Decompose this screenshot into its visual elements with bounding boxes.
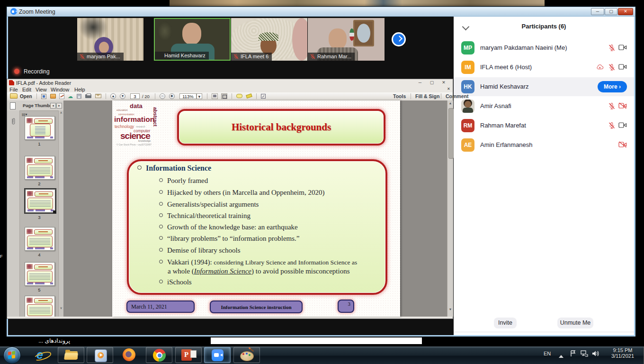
- save-copy-icon[interactable]: [41, 94, 46, 99]
- network-icon[interactable]: [581, 350, 588, 357]
- taskbar-zoom-active[interactable]: [204, 347, 231, 363]
- video-tile-ifla-meet[interactable]: IFLA meet 6: [231, 18, 307, 61]
- participant-row[interactable]: RM Rahman Marefat: [454, 116, 634, 135]
- bullet-item: Poorly framed: [159, 176, 390, 185]
- taskbar-window-title-farsi[interactable]: ... پروندادهای: [25, 337, 70, 344]
- speaker-icon[interactable]: [592, 350, 600, 357]
- scroll-mode-icon[interactable]: [212, 93, 218, 99]
- thumbnail-page-1[interactable]: [25, 116, 55, 140]
- cloud-upload-icon[interactable]: ☁: [68, 93, 73, 100]
- thumbnail-page-4[interactable]: [25, 227, 55, 251]
- scroll-up-icon[interactable]: ▲: [448, 101, 453, 105]
- video-on-icon[interactable]: [618, 44, 627, 52]
- sticky-note-icon[interactable]: [236, 94, 242, 98]
- video-tile-maryam[interactable]: maryam Pak...: [77, 18, 143, 61]
- participant-name: IFLA meet 6 (Host): [480, 64, 532, 71]
- taskbar-clock[interactable]: 9:15 PM 3/11/2021: [602, 347, 643, 359]
- comment-button[interactable]: Comment: [446, 93, 468, 100]
- taskbar-windows-explorer[interactable]: [58, 347, 84, 363]
- menu-file[interactable]: File: [9, 87, 18, 92]
- tools-button[interactable]: Tools: [393, 93, 406, 100]
- slide-footer-title: Information Science instruction: [210, 300, 303, 313]
- unmute-me-button[interactable]: Unmute Me: [557, 318, 593, 328]
- expand-icon[interactable]: [261, 94, 266, 99]
- collapse-icon[interactable]: ◂: [50, 103, 56, 109]
- pdf-scrollbar[interactable]: ▲ ▼: [447, 100, 453, 317]
- taskbar-powerpoint[interactable]: P: [175, 347, 202, 363]
- minimize-button[interactable]: ─: [591, 8, 604, 15]
- participant-row[interactable]: MP maryam Pakdaman Naeini (Me): [454, 38, 634, 57]
- zoom-level-input[interactable]: 113%: [179, 93, 197, 99]
- previous-page-icon[interactable]: ▲: [110, 93, 116, 99]
- taskbar-media-player[interactable]: [87, 347, 113, 363]
- toolbar-close-icon[interactable]: ✕: [447, 87, 450, 91]
- paperclip-icon[interactable]: [10, 117, 17, 126]
- restore-button[interactable]: ▢: [427, 80, 437, 86]
- taskbar-internet-explorer[interactable]: e: [29, 347, 55, 363]
- taskbar-chrome[interactable]: [146, 347, 172, 363]
- page-number-input[interactable]: 3: [130, 93, 140, 99]
- fill-sign-button[interactable]: Fill & Sign: [415, 93, 439, 100]
- video-on-icon[interactable]: [618, 64, 627, 71]
- mirror-glass: [357, 24, 370, 43]
- thumbnail-page-3-selected[interactable]: [25, 189, 56, 213]
- email-icon[interactable]: [95, 94, 101, 98]
- video-tile-hamid[interactable]: Hamid Keshavarz: [154, 18, 231, 61]
- thumbnail-page-5[interactable]: [25, 262, 55, 286]
- participant-row[interactable]: AE Amin Erfanmanesh: [454, 136, 634, 155]
- more-button[interactable]: More ›: [598, 81, 627, 92]
- language-indicator[interactable]: EN: [544, 351, 551, 356]
- next-page-icon[interactable]: ▼: [120, 93, 125, 99]
- save-icon[interactable]: [77, 94, 81, 99]
- scroll-down-icon[interactable]: ▼: [448, 308, 453, 311]
- hidden-icons-arrow[interactable]: [559, 353, 564, 358]
- menu-help[interactable]: Help: [74, 87, 85, 92]
- zoom-in-icon[interactable]: ✚: [169, 93, 175, 99]
- video-on-icon[interactable]: [618, 122, 627, 129]
- clock-date: 3/11/2021: [602, 353, 643, 359]
- next-videos-button[interactable]: [392, 32, 406, 46]
- taskbar-firefox[interactable]: [116, 347, 143, 363]
- start-button[interactable]: [3, 346, 21, 364]
- scrollbar-thumb[interactable]: [448, 108, 454, 159]
- close-button[interactable]: ✕: [618, 8, 633, 15]
- close-button[interactable]: ✕: [438, 80, 449, 86]
- minimize-button[interactable]: ─: [415, 80, 425, 86]
- video-tile-rahman[interactable]: Rahman Mar...: [308, 18, 385, 61]
- maximize-button[interactable]: ▢: [605, 8, 617, 15]
- fullscreen-mode-icon[interactable]: [221, 93, 227, 99]
- mic-muted-icon[interactable]: [608, 122, 617, 129]
- scroll-down-icon[interactable]: ∨: [59, 306, 63, 310]
- zoom-titlebar[interactable]: [7, 7, 635, 17]
- mic-muted-icon[interactable]: [608, 64, 617, 71]
- participant-row[interactable]: HK Hamid Keshavarz More ›: [454, 77, 634, 96]
- video-name-label: IFLA meet 6: [231, 53, 272, 61]
- video-off-icon[interactable]: [618, 102, 627, 110]
- participant-row[interactable]: IM IFLA meet 6 (Host): [454, 58, 634, 77]
- menu-window[interactable]: Window: [51, 87, 69, 92]
- zoom-out-icon[interactable]: ─: [160, 93, 165, 99]
- thumbnails-scrollbar[interactable]: ∧ ∨: [58, 110, 63, 317]
- sign-icon[interactable]: [59, 93, 64, 99]
- mic-muted-icon[interactable]: [608, 102, 617, 110]
- slide-footer-page-number: 3: [338, 300, 354, 313]
- invite-button[interactable]: Invite: [494, 318, 517, 328]
- print-icon[interactable]: [85, 94, 91, 98]
- highlight-icon[interactable]: [246, 94, 252, 99]
- video-off-icon[interactable]: [618, 141, 627, 149]
- mic-muted-icon[interactable]: [608, 44, 617, 52]
- thumbnail-page-6[interactable]: [25, 296, 55, 317]
- open-button[interactable]: Open: [20, 93, 32, 100]
- open-folder-icon[interactable]: [10, 93, 18, 99]
- scroll-up-icon[interactable]: ∧: [59, 111, 63, 115]
- convert-icon[interactable]: [50, 94, 56, 99]
- pages-icon[interactable]: [10, 102, 16, 109]
- expand-panel-icon[interactable]: ▸: [56, 103, 62, 109]
- zoom-dropdown-icon[interactable]: ▾: [197, 93, 202, 99]
- action-center-flag-icon[interactable]: [570, 350, 576, 357]
- menu-edit[interactable]: Edit: [22, 87, 31, 92]
- taskbar-paint[interactable]: [233, 347, 260, 363]
- thumbnail-page-2[interactable]: [25, 156, 55, 180]
- participant-row[interactable]: Amir Asnafi: [454, 97, 634, 116]
- menu-view[interactable]: View: [36, 87, 47, 92]
